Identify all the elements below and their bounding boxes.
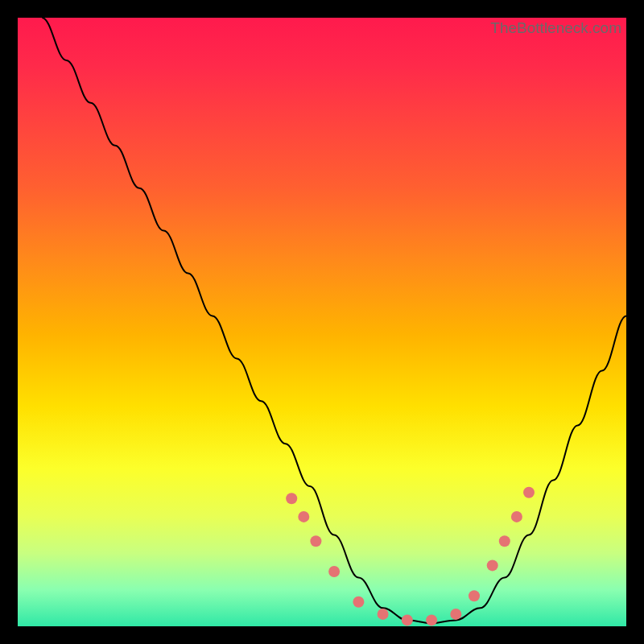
marker-dot: [450, 609, 461, 620]
bottleneck-curve: [42, 18, 626, 623]
marker-dot: [487, 559, 498, 571]
marker-dot: [511, 511, 522, 522]
chart-svg: [18, 18, 626, 626]
marker-dot: [469, 590, 480, 601]
marker-dot: [310, 535, 321, 547]
marker-dot: [378, 609, 389, 620]
marker-dot: [286, 493, 297, 504]
marker-dot: [298, 511, 309, 522]
marker-dots: [286, 487, 535, 626]
marker-dot: [353, 597, 364, 608]
plot-area: TheBottleneck.com: [18, 18, 626, 626]
marker-dot: [402, 614, 413, 625]
marker-dot: [499, 535, 510, 547]
chart-frame: TheBottleneck.com: [0, 0, 644, 644]
marker-dot: [426, 614, 437, 625]
marker-dot: [523, 487, 535, 498]
marker-dot: [328, 566, 340, 577]
